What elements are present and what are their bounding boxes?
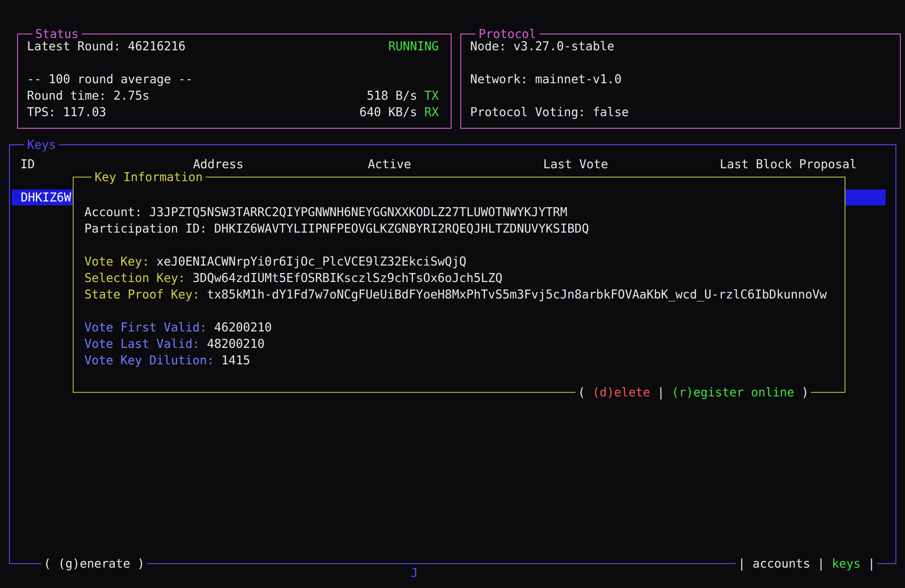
- status-row-blank: [18, 54, 451, 71]
- vote-key-value: xeJ0ENIACWNrpYi0r6IjOc_PlcVCE9lZ32EkciSw…: [157, 254, 467, 268]
- generate-hint-close: ): [130, 556, 144, 571]
- stray-character: J: [411, 566, 418, 580]
- vote-key-dilution-line: Vote Key Dilution: 1415: [84, 352, 835, 369]
- status-row-tps: TPS: 117.03 640 KB/s RX: [18, 104, 451, 120]
- vote-first-valid-line: Vote First Valid: 46200210: [84, 319, 835, 335]
- vote-key-label: Vote Key:: [84, 254, 157, 268]
- vote-last-valid-line: Vote Last Valid: 48200210: [84, 335, 835, 352]
- protocol-panel-body: Node: v3.27.0-stable Network: mainnet-v1…: [461, 38, 900, 120]
- column-header-active: Active: [368, 156, 411, 172]
- status-row-average-header: -- 100 round average --: [18, 71, 451, 87]
- vote-first-valid-label: Vote First Valid:: [84, 320, 214, 334]
- protocol-row-blank-1: [461, 54, 900, 71]
- selection-key-value: 3DQw64zdIUMt5EfOSRBIKsczlSz9chTsOx6oJch5…: [192, 271, 502, 285]
- status-row-latest-round: Latest Round: 46216216 RUNNING: [18, 38, 451, 54]
- key-information-body: Account: J3JPZTQ5NSW3TARRC2QIYPGNWNH6NEY…: [84, 204, 835, 369]
- participation-id-line: Participation ID: DHKIZ6WAVTYLIIPNFPEOVG…: [84, 220, 835, 237]
- keyinfo-blank-1: [84, 237, 835, 253]
- status-panel-body: Latest Round: 46216216 RUNNING -- 100 ro…: [18, 38, 451, 120]
- keys-panel-title: Keys: [24, 137, 59, 153]
- protocol-panel: Protocol Node: v3.27.0-stable Network: m…: [460, 33, 901, 129]
- vote-key-dilution-value: 1415: [221, 353, 250, 367]
- vote-key-line: Vote Key: xeJ0ENIACWNrpYi0r6IjOc_PlcVCE9…: [84, 253, 835, 270]
- protocol-voting-text: Protocol Voting: false: [470, 104, 629, 120]
- tx-rate-label: TX: [424, 89, 439, 102]
- generate-key-button[interactable]: (g)enerate: [58, 556, 130, 571]
- vote-last-valid-value: 48200210: [207, 337, 265, 351]
- view-nav: | accounts | keys |: [736, 556, 878, 571]
- column-header-id: ID: [21, 156, 35, 172]
- account-label: Account:: [84, 205, 149, 219]
- generate-hint: ( (g)enerate ): [41, 556, 147, 571]
- status-panel: Status Latest Round: 46216216 RUNNING --…: [17, 33, 452, 129]
- rx-rate-label: RX: [424, 105, 439, 119]
- participation-id-value: DHKIZ6WAVTYLIIPNFPEOVGLKZGNBYRI2RQEQJHLT…: [214, 222, 589, 235]
- protocol-row-blank-2: [461, 87, 900, 104]
- vote-first-valid-value: 46200210: [214, 320, 272, 334]
- tx-rate: 518 B/s TX: [367, 87, 439, 104]
- rx-rate-value: 640 KB/s: [359, 105, 424, 119]
- node-state-badge: RUNNING: [388, 38, 439, 54]
- participation-id-label: Participation ID:: [84, 222, 214, 235]
- node-version-text: Node: v3.27.0-stable: [470, 38, 614, 54]
- nav-pipe-middle: |: [810, 556, 832, 571]
- key-information-title: Key Information: [92, 169, 206, 185]
- state-proof-key-line: State Proof Key: tx85kM1h-dY1Fd7w7oNCgFU…: [84, 286, 835, 303]
- protocol-row-network: Network: mainnet-v1.0: [461, 71, 900, 87]
- network-text: Network: mainnet-v1.0: [470, 71, 622, 87]
- state-proof-key-label: State Proof Key:: [84, 288, 207, 301]
- tps-text: TPS: 117.03: [27, 104, 106, 120]
- account-line: Account: J3JPZTQ5NSW3TARRC2QIYPGNWNH6NEY…: [84, 204, 835, 220]
- actions-separator: |: [650, 385, 672, 399]
- column-header-last-vote: Last Vote: [543, 156, 608, 172]
- latest-round-text: Latest Round: 46216216: [27, 38, 186, 54]
- account-value: J3JPZTQ5NSW3TARRC2QIYPGNWNH6NEYGGNXXKODL…: [149, 205, 567, 219]
- key-information-modal: Key Information Account: J3JPZTQ5NSW3TAR…: [73, 176, 845, 393]
- selection-key-label: Selection Key:: [84, 271, 192, 285]
- nav-tab-accounts[interactable]: accounts: [753, 556, 810, 571]
- generate-hint-open: (: [44, 556, 58, 571]
- register-online-button[interactable]: (r)egister online: [672, 385, 794, 399]
- protocol-row-voting: Protocol Voting: false: [461, 104, 900, 120]
- protocol-row-node: Node: v3.27.0-stable: [461, 38, 900, 54]
- status-row-round-time: Round time: 2.75s 518 B/s TX: [18, 87, 451, 104]
- rx-rate: 640 KB/s RX: [359, 104, 439, 120]
- actions-close: ): [794, 385, 809, 399]
- actions-open: (: [578, 385, 592, 399]
- vote-key-dilution-label: Vote Key Dilution:: [84, 353, 221, 367]
- selection-key-line: Selection Key: 3DQw64zdIUMt5EfOSRBIKsczl…: [84, 270, 835, 286]
- column-header-last-block-proposal: Last Block Proposal: [720, 156, 857, 172]
- round-time-text: Round time: 2.75s: [27, 87, 149, 104]
- vote-last-valid-label: Vote Last Valid:: [84, 337, 207, 351]
- nav-pipe-left: |: [738, 556, 753, 571]
- keyinfo-blank-2: [84, 303, 835, 319]
- tx-rate-value: 518 B/s: [367, 89, 424, 102]
- selected-key-id: DHKIZ6W: [21, 189, 71, 205]
- nav-tab-keys[interactable]: keys: [832, 556, 861, 571]
- nav-pipe-right: |: [861, 556, 875, 571]
- state-proof-key-value: tx85kM1h-dY1Fd7w7oNCgFUeUiBdFYoeH8MxPhTv…: [207, 288, 827, 301]
- average-header-text: -- 100 round average --: [27, 71, 193, 87]
- key-actions-hint: ( (d)elete | (r)egister online ): [575, 385, 811, 400]
- delete-key-button[interactable]: (d)elete: [592, 385, 650, 399]
